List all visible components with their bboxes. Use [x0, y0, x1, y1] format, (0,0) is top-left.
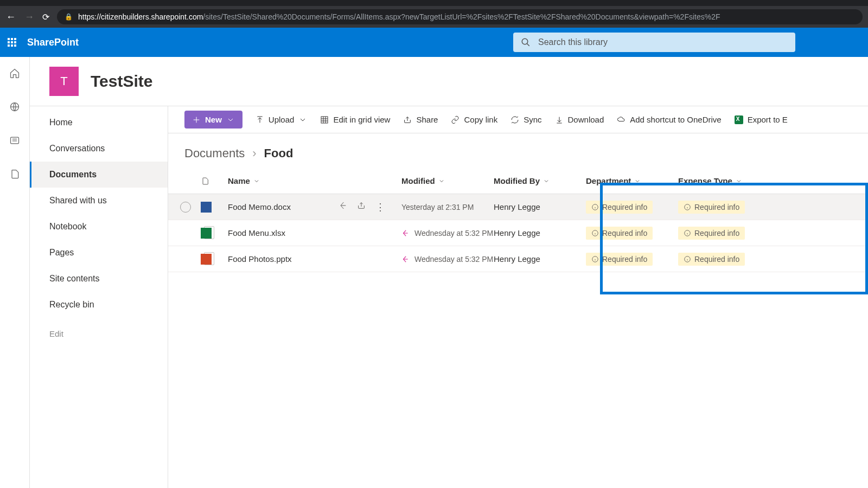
onedrive-icon [617, 115, 626, 124]
open-icon[interactable] [401, 255, 409, 263]
new-label: New [205, 115, 222, 124]
plus-icon [192, 115, 201, 124]
docx-icon [201, 202, 212, 213]
new-button[interactable]: New [184, 111, 242, 129]
more-actions-icon[interactable]: ⋮ [375, 201, 385, 213]
required-info-badge[interactable]: Required info [586, 227, 653, 240]
table-header: Name Modified Modified By Department Exp… [168, 168, 868, 194]
share-icon[interactable] [357, 201, 366, 210]
download-button[interactable]: Download [555, 115, 604, 124]
reload-button[interactable]: ⟳ [42, 12, 49, 22]
nav-item-pages[interactable]: Pages [30, 240, 168, 266]
document-library: New Upload Edit in grid view Shar [168, 106, 868, 488]
column-type[interactable] [201, 177, 228, 185]
select-circle[interactable] [180, 202, 191, 213]
chevron-down-icon [736, 178, 742, 184]
column-modified[interactable]: Modified [401, 176, 494, 185]
site-header: T TestSite [30, 57, 868, 106]
chevron-down-icon [226, 115, 235, 124]
required-info-badge[interactable]: Required info [586, 201, 653, 214]
info-icon [591, 229, 599, 237]
copy-link-button[interactable]: Copy link [451, 115, 497, 124]
search-box[interactable]: Search this library [513, 33, 795, 52]
edit-grid-button[interactable]: Edit in grid view [320, 115, 390, 124]
upload-button[interactable]: Upload [256, 115, 308, 124]
breadcrumb: Documents › Food [168, 133, 868, 168]
share-icon [403, 115, 412, 124]
info-icon [684, 229, 691, 237]
file-name[interactable]: Food Menu.xlsx [228, 228, 285, 237]
svg-rect-10 [321, 117, 328, 123]
export-excel-button[interactable]: Export to E [735, 115, 788, 124]
chevron-down-icon [298, 115, 307, 124]
nav-edit[interactable]: Edit [30, 321, 168, 346]
column-department[interactable]: Department [586, 176, 678, 185]
table-row[interactable]: Food Menu.xlsxWednesday at 5:32 PMHenry … [168, 220, 868, 246]
required-info-badge[interactable]: Required info [678, 201, 745, 214]
svg-rect-3 [11, 137, 19, 144]
share-button[interactable]: Share [403, 115, 438, 124]
chevron-right-icon: › [252, 146, 256, 160]
command-bar: New Upload Edit in grid view Shar [168, 106, 868, 133]
required-info-badge[interactable]: Required info [586, 253, 653, 266]
table-row[interactable]: Food Photos.pptxWednesday at 5:32 PMHenr… [168, 246, 868, 272]
open-icon[interactable] [339, 201, 347, 210]
site-logo[interactable]: T [49, 67, 79, 96]
sync-label: Sync [524, 115, 541, 124]
copy-link-label: Copy link [464, 115, 497, 124]
app-name[interactable]: SharePoint [27, 37, 79, 48]
home-icon[interactable] [9, 68, 20, 81]
forward-button[interactable]: → [24, 11, 35, 23]
file-name[interactable]: Food Memo.docx [228, 202, 291, 211]
nav-item-notebook[interactable]: Notebook [30, 214, 168, 240]
info-icon [591, 203, 599, 211]
modified-by[interactable]: Henry Legge [494, 228, 586, 237]
download-label: Download [568, 115, 604, 124]
pptx-icon [201, 254, 212, 265]
upload-icon [256, 115, 264, 124]
file-name[interactable]: Food Photos.pptx [228, 254, 292, 264]
shortcut-label: Add shortcut to OneDrive [630, 115, 721, 124]
sync-icon [510, 115, 519, 124]
sync-button[interactable]: Sync [510, 115, 541, 124]
nav-item-site-contents[interactable]: Site contents [30, 266, 168, 292]
modified-by[interactable]: Henry Legge [494, 202, 586, 211]
column-name[interactable]: Name [228, 176, 401, 185]
files-icon[interactable] [9, 169, 20, 182]
chevron-down-icon [253, 178, 260, 184]
share-label: Share [416, 115, 438, 124]
lock-icon: 🔒 [65, 13, 73, 21]
export-label: Export to E [748, 115, 788, 124]
nav-item-home[interactable]: Home [30, 110, 168, 136]
required-info-badge[interactable]: Required info [678, 227, 745, 240]
add-shortcut-button[interactable]: Add shortcut to OneDrive [617, 115, 721, 124]
column-modified-by[interactable]: Modified By [494, 176, 586, 185]
svg-line-1 [527, 43, 529, 46]
grid-icon [320, 115, 329, 124]
required-info-badge[interactable]: Required info [678, 253, 745, 266]
back-button[interactable]: ← [5, 11, 16, 23]
url-domain: https://citizenbuilders.sharepoint.com [78, 12, 203, 21]
xlsx-icon [201, 228, 212, 239]
breadcrumb-parent[interactable]: Documents [184, 146, 245, 160]
modified-date: Yesterday at 2:31 PM [401, 203, 474, 211]
breadcrumb-current: Food [264, 146, 293, 160]
app-launcher-icon[interactable] [8, 38, 16, 47]
globe-icon[interactable] [9, 101, 20, 114]
nav-item-shared-with-us[interactable]: Shared with us [30, 188, 168, 214]
chevron-down-icon [543, 178, 550, 184]
nav-item-conversations[interactable]: Conversations [30, 136, 168, 162]
column-expense-type[interactable]: Expense Type [678, 176, 770, 185]
search-icon [521, 37, 531, 47]
table-row[interactable]: Food Memo.docx⋮Yesterday at 2:31 PMHenry… [168, 194, 868, 220]
open-icon[interactable] [401, 229, 409, 237]
site-name[interactable]: TestSite [91, 72, 152, 91]
nav-item-documents[interactable]: Documents [30, 162, 168, 188]
modified-by[interactable]: Henry Legge [494, 254, 586, 264]
nav-item-recycle-bin[interactable]: Recycle bin [30, 292, 168, 318]
modified-date: Wednesday at 5:32 PM [414, 255, 493, 264]
chevron-down-icon [634, 178, 641, 184]
search-placeholder: Search this library [538, 37, 608, 47]
news-icon[interactable] [9, 135, 20, 148]
url-bar[interactable]: 🔒 https://citizenbuilders.sharepoint.com… [57, 9, 863, 24]
